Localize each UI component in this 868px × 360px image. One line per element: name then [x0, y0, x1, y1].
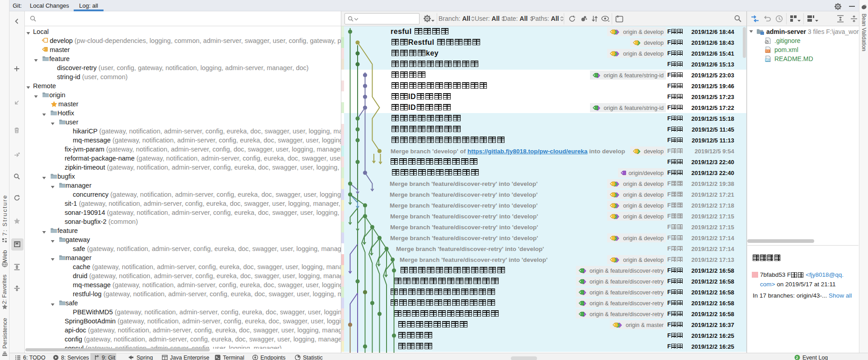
- svg-text:MD: MD: [765, 58, 770, 62]
- svg-text:<>: <>: [766, 50, 769, 53]
- svg-text:2: 2: [796, 355, 798, 360]
